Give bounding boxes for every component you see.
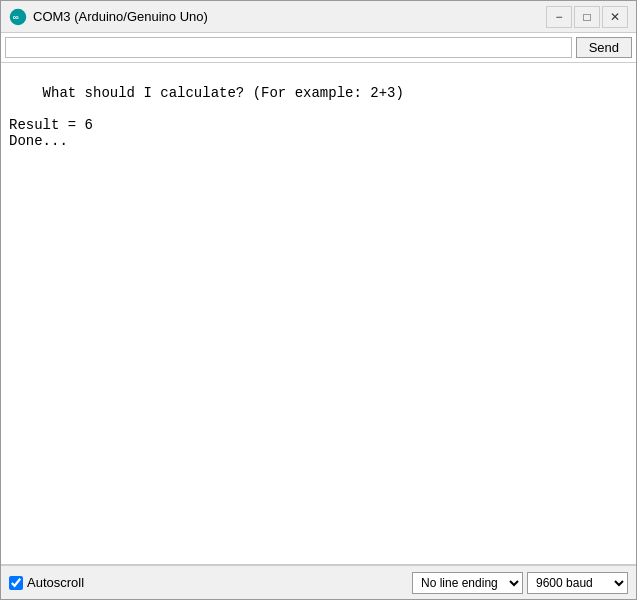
autoscroll-label[interactable]: Autoscroll — [9, 575, 84, 590]
arduino-serial-monitor-window: ∞ COM3 (Arduino/Genuino Uno) − □ ✕ Send … — [0, 0, 637, 600]
serial-output-text: What should I calculate? (For example: 2… — [9, 85, 404, 149]
arduino-logo-icon: ∞ — [9, 8, 27, 26]
status-bar-right: No line ending Newline Carriage return B… — [412, 572, 628, 594]
autoscroll-text: Autoscroll — [27, 575, 84, 590]
input-toolbar: Send — [1, 33, 636, 63]
close-button[interactable]: ✕ — [602, 6, 628, 28]
serial-input[interactable] — [5, 37, 572, 58]
send-button[interactable]: Send — [576, 37, 632, 58]
svg-text:∞: ∞ — [13, 13, 19, 22]
line-ending-select[interactable]: No line ending Newline Carriage return B… — [412, 572, 523, 594]
status-bar: Autoscroll No line ending Newline Carria… — [1, 565, 636, 599]
autoscroll-checkbox[interactable] — [9, 576, 23, 590]
window-controls: − □ ✕ — [546, 6, 628, 28]
baud-rate-select[interactable]: 300 baud 1200 baud 2400 baud 4800 baud 9… — [527, 572, 628, 594]
minimize-button[interactable]: − — [546, 6, 572, 28]
maximize-button[interactable]: □ — [574, 6, 600, 28]
title-bar: ∞ COM3 (Arduino/Genuino Uno) − □ ✕ — [1, 1, 636, 33]
window-title: COM3 (Arduino/Genuino Uno) — [33, 9, 546, 24]
serial-output-area: What should I calculate? (For example: 2… — [1, 63, 636, 565]
